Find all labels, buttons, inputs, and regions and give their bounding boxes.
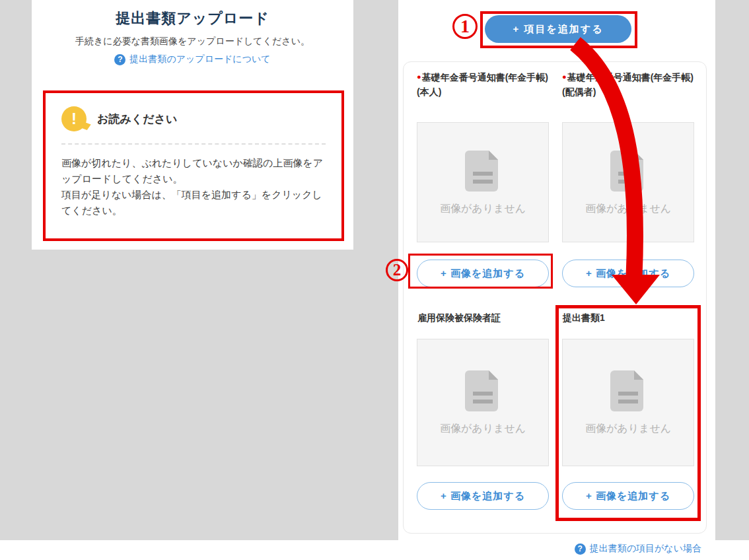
document-icon [609,149,647,192]
notice-line-1: 画像が切れたり、ぶれたりしていないか確認の上画像をアップロードしてください。 [61,155,326,187]
upload-item-employment-insurance: 雇用保険被保険者証 画像がありません + 画像を追加する [417,310,549,510]
upload-item-pension-spouse: ●基礎年金番号通知書(年金手帳)(配偶者) 画像がありません + 画像を追加する [562,69,694,287]
no-image-text: 画像がありません [440,422,526,436]
notice-title: お読みください [97,112,177,127]
upload-item-new-document: 提出書類1 画像がありません + 画像を追加する [562,310,694,510]
image-placeholder: 画像がありません [562,122,694,242]
item-label: 雇用保険被保険者証 [417,310,549,325]
no-image-text: 画像がありません [440,202,526,216]
notice-box: ! お読みください 画像が切れたり、ぶれたりしていないか確認の上画像をアップロー… [43,90,344,241]
upload-item-pension-self: ●基礎年金番号通知書(年金手帳)(本人) 画像がありません + 画像を追加する [417,69,549,287]
image-placeholder: 画像がありません [417,122,549,242]
upload-help-link-label: 提出書類のアップロードについて [129,53,270,65]
question-icon: ? [114,54,125,65]
document-icon [609,369,647,411]
notice-line-2: 項目が足りない場合は、「項目を追加する」をクリックしてください。 [61,187,326,219]
required-mark: ● [562,73,567,81]
no-image-text: 画像がありません [585,422,671,436]
upload-info-panel: 提出書類アップロード 手続きに必要な書類画像をアップロードしてください。 ? 提… [32,0,353,250]
add-image-button[interactable]: + 画像を追加する [562,482,694,510]
image-placeholder: 画像がありません [417,339,549,466]
item-label: 提出書類1 [562,310,694,325]
warning-icon: ! [61,106,87,131]
add-item-button[interactable]: + 項目を追加する [485,15,631,43]
document-icon [464,149,502,192]
notice-body: 画像が切れたり、ぶれたりしていないか確認の上画像をアップロードしてください。 項… [61,155,326,219]
upload-items-panel: + 項目を追加する ●基礎年金番号通知書(年金手帳)(本人) 画像がありません … [398,0,715,560]
page-subtitle: 手続きに必要な書類画像をアップロードしてください。 [32,36,353,48]
dashed-divider [61,143,326,145]
no-item-help-link[interactable]: ? 提出書類の項目がない場合 [575,543,701,555]
upload-help-link[interactable]: ? 提出書類のアップロードについて [32,53,353,65]
no-image-text: 画像がありません [585,202,671,216]
question-icon: ? [575,543,586,555]
no-item-help-link-label: 提出書類の項目がない場合 [590,543,701,555]
upload-items-card: ●基礎年金番号通知書(年金手帳)(本人) 画像がありません + 画像を追加する … [403,61,707,534]
add-image-button[interactable]: + 画像を追加する [417,482,549,510]
image-placeholder: 画像がありません [562,339,694,466]
page-title: 提出書類アップロード [32,9,353,28]
item-label: ●基礎年金番号通知書(年金手帳)(本人) [417,69,549,99]
required-mark: ● [417,73,421,81]
add-image-button[interactable]: + 画像を追加する [417,260,549,287]
add-image-button[interactable]: + 画像を追加する [562,260,694,287]
document-icon [464,369,502,411]
item-label: ●基礎年金番号通知書(年金手帳)(配偶者) [562,69,694,99]
